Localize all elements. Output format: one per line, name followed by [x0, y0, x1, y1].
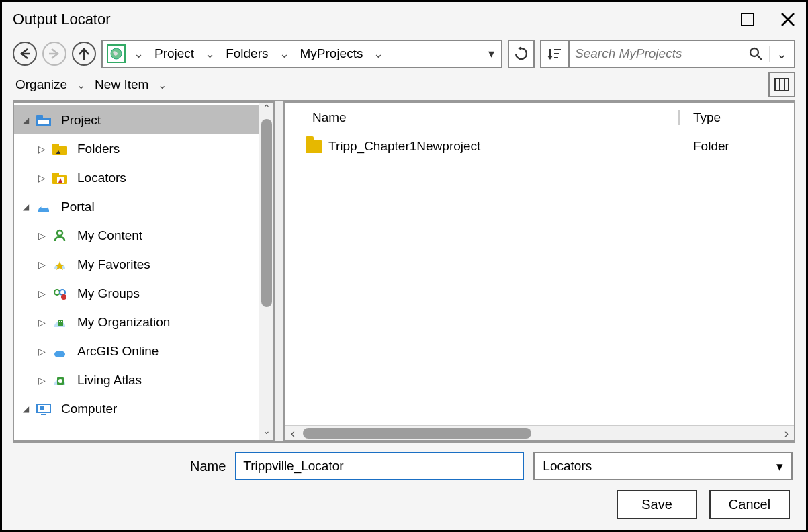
- tree-item-my-organization[interactable]: ▷My Organization: [14, 308, 273, 337]
- type-select-value: Locators: [543, 459, 592, 474]
- name-input[interactable]: [235, 452, 524, 480]
- tree-item-arcgis-online[interactable]: ▷ArcGIS Online: [14, 337, 273, 365]
- mycontent-icon: [52, 228, 69, 244]
- svg-rect-30: [61, 321, 62, 322]
- scroll-thumb[interactable]: [261, 119, 272, 307]
- folder-icon: [306, 140, 322, 153]
- collapse-icon[interactable]: ◢: [19, 116, 32, 125]
- expand-icon[interactable]: ▷: [36, 259, 48, 270]
- expand-icon[interactable]: ▷: [36, 375, 48, 386]
- breadcrumb-item-myprojects[interactable]: MyProjects: [296, 46, 367, 61]
- forward-button[interactable]: [42, 42, 66, 66]
- window-controls: [740, 12, 795, 27]
- svg-point-24: [57, 230, 62, 236]
- breadcrumb-item-folders[interactable]: Folders: [222, 46, 272, 61]
- dialog-window: Output Locator ⌄ Project ⌄ Folder: [0, 0, 808, 532]
- cell-name: Tripp_Chapter1Newproject: [285, 139, 680, 154]
- scroll-thumb[interactable]: [303, 428, 531, 439]
- tree-item-folders[interactable]: ▷Folders: [14, 134, 273, 163]
- svg-rect-29: [59, 321, 60, 322]
- svg-rect-17: [36, 115, 43, 119]
- footer: Name Locators ▾ Save Cancel: [2, 443, 806, 530]
- save-button[interactable]: Save: [617, 490, 697, 519]
- main-area: ◢Project▷Folders▷Locators◢Portal▷My Cont…: [13, 100, 795, 443]
- maximize-icon[interactable]: [740, 12, 755, 27]
- locators-icon: [52, 171, 69, 185]
- new-item-menu[interactable]: New Item: [92, 76, 151, 93]
- tree-item-project[interactable]: ◢Project: [14, 105, 273, 134]
- button-row: Save Cancel: [15, 490, 793, 519]
- tree-item-label: Project: [57, 113, 101, 128]
- back-button[interactable]: [13, 42, 37, 66]
- agol-icon: [52, 345, 69, 358]
- tree-item-label: My Organization: [73, 315, 170, 330]
- tree-item-label: My Content: [73, 228, 142, 243]
- expand-icon[interactable]: ▷: [36, 230, 48, 241]
- svg-point-26: [60, 290, 65, 295]
- tree-item-portal[interactable]: ◢Portal: [14, 192, 273, 221]
- toolbar: Organize ⌄ New Item ⌄: [2, 72, 806, 100]
- expand-icon[interactable]: ▷: [36, 346, 48, 357]
- list-hscrollbar[interactable]: ‹ ›: [285, 425, 794, 440]
- type-select[interactable]: Locators ▾: [533, 452, 793, 480]
- chevron-down-icon[interactable]: ⌄: [277, 46, 292, 61]
- tree-item-locators[interactable]: ▷Locators: [14, 163, 273, 192]
- refresh-button[interactable]: [508, 40, 535, 68]
- collapse-icon[interactable]: ◢: [19, 404, 32, 414]
- chevron-down-icon[interactable]: ⌄: [74, 79, 88, 91]
- column-header-name[interactable]: Name: [285, 110, 680, 125]
- tree-item-computer[interactable]: ◢Computer: [14, 394, 273, 423]
- tree-item-label: Computer: [57, 402, 117, 416]
- view-mode-button[interactable]: [768, 72, 795, 97]
- chevron-down-icon[interactable]: ⌄: [371, 46, 386, 61]
- search-icon[interactable]: [742, 47, 769, 60]
- list-row[interactable]: Tripp_Chapter1NewprojectFolder: [285, 132, 794, 161]
- computer-icon: [36, 402, 53, 416]
- scroll-left-icon[interactable]: ‹: [285, 426, 300, 441]
- tree-item-my-content[interactable]: ▷My Content: [14, 221, 273, 250]
- column-header-type[interactable]: Type: [680, 110, 794, 125]
- row-type: Folder: [680, 139, 794, 154]
- scroll-right-icon[interactable]: ›: [779, 426, 794, 441]
- list-panel: Name Type Tripp_Chapter1NewprojectFolder…: [284, 101, 795, 441]
- window-title: Output Locator: [13, 11, 111, 28]
- expand-icon[interactable]: ▷: [36, 288, 48, 299]
- search-input[interactable]: [570, 46, 742, 61]
- expand-icon[interactable]: ▷: [36, 173, 48, 183]
- breadcrumb-item-project[interactable]: Project: [150, 46, 198, 61]
- folders-icon: [52, 142, 69, 156]
- mygroups-icon: [52, 286, 69, 301]
- breadcrumb[interactable]: ⌄ Project ⌄ Folders ⌄ MyProjects ⌄ ▾: [101, 40, 502, 68]
- tree-item-my-favorites[interactable]: ▷My Favorites: [14, 250, 273, 279]
- scroll-up-icon[interactable]: ⌃: [259, 103, 273, 118]
- scroll-down-icon[interactable]: ⌄: [259, 425, 273, 440]
- organize-menu[interactable]: Organize: [13, 76, 70, 93]
- cancel-button[interactable]: Cancel: [709, 490, 790, 519]
- svg-rect-20: [52, 144, 59, 148]
- tree-item-my-groups[interactable]: ▷My Groups: [14, 279, 273, 308]
- sort-button[interactable]: [541, 40, 570, 68]
- tree-item-living-atlas[interactable]: ▷Living Atlas: [14, 365, 273, 394]
- expand-icon[interactable]: ▷: [36, 144, 48, 154]
- chevron-down-icon[interactable]: ⌄: [155, 79, 169, 91]
- search-dropdown-icon[interactable]: ⌄: [769, 46, 794, 62]
- svg-rect-13: [775, 79, 789, 91]
- chevron-down-icon[interactable]: ⌄: [202, 46, 218, 61]
- expand-icon[interactable]: ▷: [36, 317, 48, 328]
- tree-panel: ◢Project▷Folders▷Locators◢Portal▷My Cont…: [13, 101, 275, 441]
- svg-rect-34: [41, 414, 46, 415]
- svg-point-32: [58, 379, 62, 383]
- breadcrumb-root-chevron-icon[interactable]: ⌄: [131, 46, 146, 61]
- world-icon[interactable]: [107, 44, 126, 63]
- svg-rect-35: [40, 406, 44, 410]
- splitter[interactable]: [275, 101, 284, 441]
- breadcrumb-dropdown-icon[interactable]: ▾: [488, 46, 497, 61]
- svg-line-12: [758, 56, 762, 60]
- up-button[interactable]: [72, 42, 96, 66]
- close-icon[interactable]: [780, 12, 795, 27]
- collapse-icon[interactable]: ◢: [19, 202, 32, 212]
- navbar: ⌄ Project ⌄ Folders ⌄ MyProjects ⌄ ▾ ⌄: [2, 36, 806, 72]
- tree-scrollbar[interactable]: ⌃ ⌄: [259, 103, 273, 440]
- svg-point-25: [54, 290, 60, 295]
- list-header: Name Type: [285, 103, 794, 132]
